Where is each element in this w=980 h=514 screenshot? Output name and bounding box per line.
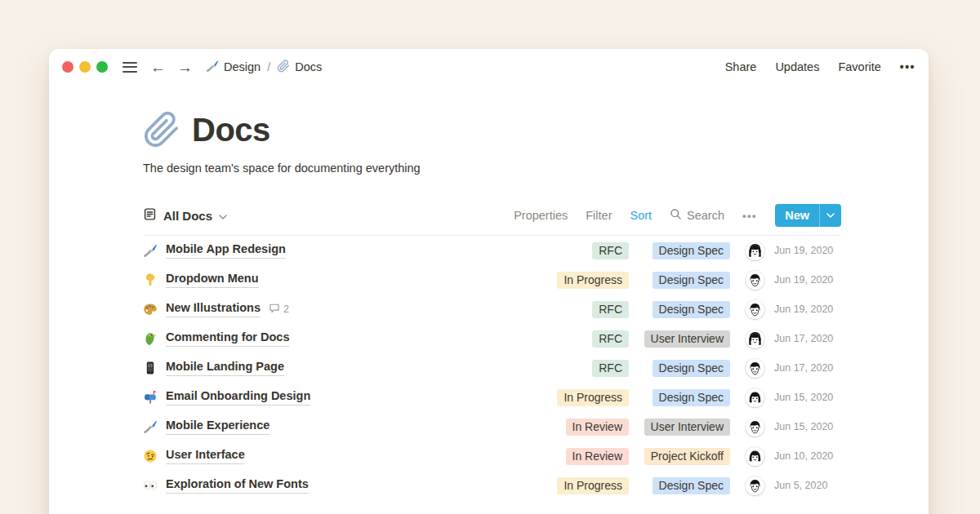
table-row[interactable]: User Interface In Review Project Kickoff… [143, 441, 841, 471]
forward-button[interactable]: → [177, 60, 193, 75]
breadcrumb-item-design[interactable]: Design [206, 60, 261, 75]
doc-title-link[interactable]: Mobile Landing Page [166, 360, 284, 376]
edited-date: Jun 19, 2020 [769, 304, 841, 315]
table-row[interactable]: Email Onboarding Design In Progress Desi… [143, 383, 841, 412]
status-tag[interactable]: In Progress [557, 477, 629, 494]
page-description: The design team's space for documenting … [143, 162, 841, 175]
doc-title-link[interactable]: Mobile Experience [166, 419, 270, 435]
edited-date: Jun 19, 2020 [769, 274, 841, 286]
search-button[interactable]: Search [670, 208, 724, 223]
titlebar: ← → Design / [49, 49, 929, 85]
comment-count: 2 [283, 304, 289, 315]
page-content: Docs The design team's space for documen… [49, 111, 929, 500]
window-controls [62, 61, 108, 73]
more-options-button[interactable]: ••• [900, 60, 915, 73]
status-tag[interactable]: RFC [592, 330, 629, 348]
breadcrumb-label: Design [224, 60, 261, 73]
chevron-down-icon[interactable] [820, 204, 841, 227]
doc-type-tag[interactable]: Design Spec [653, 272, 730, 289]
page-header: Docs The design team's space for documen… [143, 111, 841, 175]
new-button-label: New [775, 204, 819, 227]
pointing-down-icon [143, 273, 166, 287]
avatar-man[interactable] [746, 271, 764, 290]
properties-button[interactable]: Properties [514, 209, 568, 222]
avatar-woman-headphones[interactable] [746, 330, 764, 348]
avatar-man[interactable] [746, 418, 764, 436]
new-button[interactable]: New [775, 204, 841, 227]
status-tag[interactable]: In Progress [557, 389, 629, 406]
view-label: All Docs [163, 209, 212, 223]
avatar-woman-bob[interactable] [746, 388, 764, 407]
eyes-icon [143, 478, 166, 493]
breadcrumb-item-docs[interactable]: Docs [277, 60, 322, 75]
status-tag[interactable]: In Progress [557, 272, 629, 289]
updates-button[interactable]: Updates [775, 60, 819, 73]
comment-count-badge[interactable]: 2 [269, 303, 289, 317]
doc-type-tag[interactable]: Design Spec [653, 301, 730, 318]
table-row[interactable]: Mobile Landing Page RFC Design Spec Jun … [143, 353, 841, 383]
avatar-man[interactable] [746, 476, 764, 495]
doc-type-tag[interactable]: Design Spec [653, 389, 730, 406]
mobile-phone-icon [143, 361, 166, 375]
status-tag[interactable]: In Review [566, 448, 629, 465]
table-row[interactable]: Dropdown Menu In Progress Design Spec Ju… [143, 265, 841, 295]
close-window-button[interactable] [62, 61, 74, 73]
table-row[interactable]: New Illustrations 2 RFC Design Spec Jun … [143, 295, 841, 324]
toolbar-more-button[interactable]: ••• [742, 210, 757, 222]
avatar-woman-bob[interactable] [746, 447, 764, 466]
back-button[interactable]: ← [150, 60, 166, 75]
breadcrumb-separator: / [267, 60, 270, 73]
table-row[interactable]: Mobile App Redesign RFC Design Spec Jun … [143, 236, 841, 265]
filter-button[interactable]: Filter [586, 209, 612, 222]
titlebar-actions: Share Updates Favorite ••• [725, 60, 915, 73]
doc-title-link[interactable]: Dropdown Menu [166, 272, 259, 288]
doc-type-tag[interactable]: Design Spec [653, 360, 730, 377]
edited-date: Jun 15, 2020 [769, 421, 841, 432]
edited-date: Jun 10, 2020 [769, 450, 841, 462]
zoom-window-button[interactable] [96, 61, 108, 73]
share-button[interactable]: Share [725, 60, 757, 73]
paperclip-icon [277, 60, 290, 75]
status-tag[interactable]: In Review [566, 419, 629, 436]
doc-type-tag[interactable]: Project Kickoff [644, 448, 730, 465]
app-window: ← → Design / [49, 49, 929, 514]
table-row[interactable]: Mobile Experience In Review User Intervi… [143, 412, 841, 441]
doc-title-link[interactable]: Mobile App Redesign [166, 242, 286, 259]
edited-date: Jun 19, 2020 [769, 245, 841, 256]
avatar-man[interactable] [746, 359, 764, 378]
doc-type-tag[interactable]: Design Spec [653, 477, 730, 494]
status-tag[interactable]: RFC [592, 301, 629, 318]
paintbrush-icon [143, 419, 166, 434]
doc-title-link[interactable]: User Interface [166, 448, 245, 464]
doc-title-link[interactable]: Exploration of New Fonts [166, 477, 309, 494]
doc-type-tag[interactable]: User Interview [644, 419, 730, 436]
favorite-button[interactable]: Favorite [838, 60, 880, 73]
mailbox-icon [143, 390, 166, 405]
table-row[interactable]: Exploration of New Fonts In Progress Des… [143, 471, 841, 500]
edited-date: Jun 17, 2020 [769, 333, 841, 344]
doc-type-tag[interactable]: User Interview [644, 330, 730, 348]
paperclip-icon[interactable] [143, 111, 180, 148]
view-toolbar: All Docs Properties Filter Sort Search [143, 204, 841, 236]
doc-type-tag[interactable]: Design Spec [653, 242, 730, 259]
status-tag[interactable]: RFC [592, 242, 629, 259]
edited-date: Jun 17, 2020 [769, 362, 841, 374]
docs-table: Mobile App Redesign RFC Design Spec Jun … [143, 236, 841, 500]
sort-button[interactable]: Sort [630, 209, 652, 222]
avatar-man[interactable] [746, 300, 764, 319]
doc-title-link[interactable]: New Illustrations [166, 301, 261, 317]
doc-title-link[interactable]: Email Onboarding Design [166, 389, 310, 405]
doc-list-icon [143, 207, 157, 224]
doc-title-link[interactable]: Commenting for Docs [166, 330, 289, 347]
chevron-down-icon [219, 208, 227, 223]
view-switcher[interactable]: All Docs [143, 207, 227, 224]
minimize-window-button[interactable] [79, 61, 91, 73]
status-tag[interactable]: RFC [592, 360, 629, 377]
sidebar-toggle-icon[interactable] [121, 59, 139, 76]
table-row[interactable]: Commenting for Docs RFC User Interview J… [143, 324, 841, 353]
parrot-icon [143, 331, 166, 346]
paintbrush-icon [143, 243, 166, 258]
desktop-background: ← → Design / [0, 0, 980, 514]
search-icon [670, 208, 682, 223]
avatar-woman-headphones[interactable] [746, 241, 764, 260]
